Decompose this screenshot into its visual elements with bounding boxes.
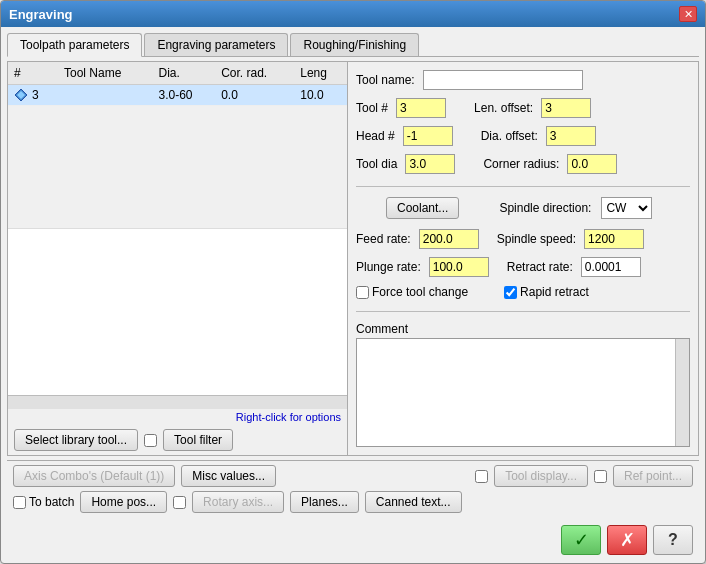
tool-number-row: Tool # Len. offset: [356, 98, 690, 118]
select-library-button[interactable]: Select library tool... [14, 429, 138, 451]
cancel-button[interactable]: ✗ [607, 525, 647, 555]
divider-1 [356, 186, 690, 187]
divider-2 [356, 311, 690, 312]
len-offset-input[interactable] [541, 98, 591, 118]
footer-row-1: Axis Combo's (Default (1)) Misc values..… [13, 465, 693, 487]
feed-rate-row: Feed rate: Spindle speed: [356, 229, 690, 249]
window-content: Toolpath parameters Engraving parameters… [1, 27, 705, 563]
force-tool-change-label: Force tool change [356, 285, 468, 299]
dia-offset-input[interactable] [546, 126, 596, 146]
right-panel: Tool name: Tool # Len. offset: Head # Di… [348, 62, 698, 455]
spindle-speed-label: Spindle speed: [497, 232, 576, 246]
plunge-rate-input[interactable] [429, 257, 489, 277]
tool-display-button[interactable]: Tool display... [494, 465, 588, 487]
rotary-axis-button[interactable]: Rotary axis... [192, 491, 284, 513]
tab-toolpath[interactable]: Toolpath parameters [7, 33, 142, 57]
rapid-retract-label: Rapid retract [504, 285, 589, 299]
rotary-axis-checkbox[interactable] [173, 496, 186, 509]
len-offset-label: Len. offset: [474, 101, 533, 115]
tool-icon [14, 88, 28, 102]
spindle-direction-select[interactable]: CW CCW [601, 197, 652, 219]
axis-combo-button[interactable]: Axis Combo's (Default (1)) [13, 465, 175, 487]
horizontal-scrollbar[interactable] [8, 395, 347, 409]
plunge-rate-label: Plunge rate: [356, 260, 421, 274]
tool-number-label: Tool # [356, 101, 388, 115]
head-number-row: Head # Dia. offset: [356, 126, 690, 146]
col-number: # [8, 62, 58, 85]
tool-number-input[interactable] [396, 98, 446, 118]
spindle-speed-input[interactable] [584, 229, 644, 249]
rapid-retract-text: Rapid retract [520, 285, 589, 299]
dia-offset-label: Dia. offset: [481, 129, 538, 143]
cell-cor-rad: 0.0 [215, 85, 294, 106]
planes-button[interactable]: Planes... [290, 491, 359, 513]
to-batch-checkbox[interactable] [13, 496, 26, 509]
tool-name-row: Tool name: [356, 70, 690, 90]
ref-point-checkbox[interactable] [594, 470, 607, 483]
tool-filter-button[interactable]: Tool filter [163, 429, 233, 451]
misc-values-button[interactable]: Misc values... [181, 465, 276, 487]
retract-rate-input[interactable] [581, 257, 641, 277]
force-tool-change-checkbox[interactable] [356, 286, 369, 299]
cell-leng: 10.0 [294, 85, 347, 106]
head-number-input[interactable] [403, 126, 453, 146]
to-batch-text: To batch [29, 495, 74, 509]
dialog-buttons: ✓ ✗ ? [7, 521, 699, 557]
cell-dia: 3.0-60 [152, 85, 215, 106]
tool-table-container: # Tool Name Dia. Cor. rad. Leng [8, 62, 347, 228]
footer-bar: Axis Combo's (Default (1)) Misc values..… [7, 460, 699, 517]
corner-radius-input[interactable] [567, 154, 617, 174]
tool-filter-checkbox[interactable] [144, 434, 157, 447]
feed-rate-input[interactable] [419, 229, 479, 249]
close-button[interactable]: ✕ [679, 6, 697, 22]
table-header-row: # Tool Name Dia. Cor. rad. Leng [8, 62, 347, 85]
force-tool-change-text: Force tool change [372, 285, 468, 299]
col-dia: Dia. [152, 62, 215, 85]
comment-section: Comment [356, 322, 690, 447]
to-batch-label: To batch [13, 495, 74, 509]
checkboxes-row: Force tool change Rapid retract [356, 285, 690, 299]
ref-point-button[interactable]: Ref point... [613, 465, 693, 487]
left-panel: # Tool Name Dia. Cor. rad. Leng [8, 62, 348, 455]
tool-dia-label: Tool dia [356, 157, 397, 171]
tool-name-input[interactable] [423, 70, 583, 90]
comment-box [356, 338, 690, 447]
tab-roughing[interactable]: Roughing/Finishing [290, 33, 419, 56]
home-pos-button[interactable]: Home pos... [80, 491, 167, 513]
tab-engraving[interactable]: Engraving parameters [144, 33, 288, 56]
col-tool-name: Tool Name [58, 62, 153, 85]
left-bottom-buttons: Select library tool... Tool filter [8, 425, 347, 455]
tool-dia-row: Tool dia Corner radius: [356, 154, 690, 174]
coolant-row: Coolant... Spindle direction: CW CCW [356, 197, 690, 219]
title-bar: Engraving ✕ [1, 1, 705, 27]
tab-bar: Toolpath parameters Engraving parameters… [7, 33, 699, 57]
tool-name-label: Tool name: [356, 73, 415, 87]
corner-radius-label: Corner radius: [483, 157, 559, 171]
canned-text-button[interactable]: Canned text... [365, 491, 462, 513]
engraving-window: Engraving ✕ Toolpath parameters Engravin… [0, 0, 706, 564]
rapid-retract-checkbox[interactable] [504, 286, 517, 299]
comment-label: Comment [356, 322, 690, 336]
feed-rate-label: Feed rate: [356, 232, 411, 246]
comment-scrollbar[interactable] [675, 339, 689, 446]
head-number-label: Head # [356, 129, 395, 143]
right-click-hint: Right-click for options [8, 409, 347, 425]
window-title: Engraving [9, 7, 73, 22]
tool-dia-input[interactable] [405, 154, 455, 174]
col-leng: Leng [294, 62, 347, 85]
help-button[interactable]: ? [653, 525, 693, 555]
plunge-rate-row: Plunge rate: Retract rate: [356, 257, 690, 277]
main-panel: # Tool Name Dia. Cor. rad. Leng [7, 61, 699, 456]
retract-rate-label: Retract rate: [507, 260, 573, 274]
tool-display-checkbox[interactable] [475, 470, 488, 483]
footer-row-2: To batch Home pos... Rotary axis... Plan… [13, 491, 693, 513]
table-row[interactable]: 3 3.0-60 0.0 10.0 [8, 85, 347, 106]
cell-number: 3 [8, 85, 58, 106]
spindle-direction-label: Spindle direction: [499, 201, 591, 215]
coolant-button[interactable]: Coolant... [386, 197, 459, 219]
tool-table: # Tool Name Dia. Cor. rad. Leng [8, 62, 347, 106]
ok-button[interactable]: ✓ [561, 525, 601, 555]
col-cor-rad: Cor. rad. [215, 62, 294, 85]
cell-tool-name [58, 85, 153, 106]
